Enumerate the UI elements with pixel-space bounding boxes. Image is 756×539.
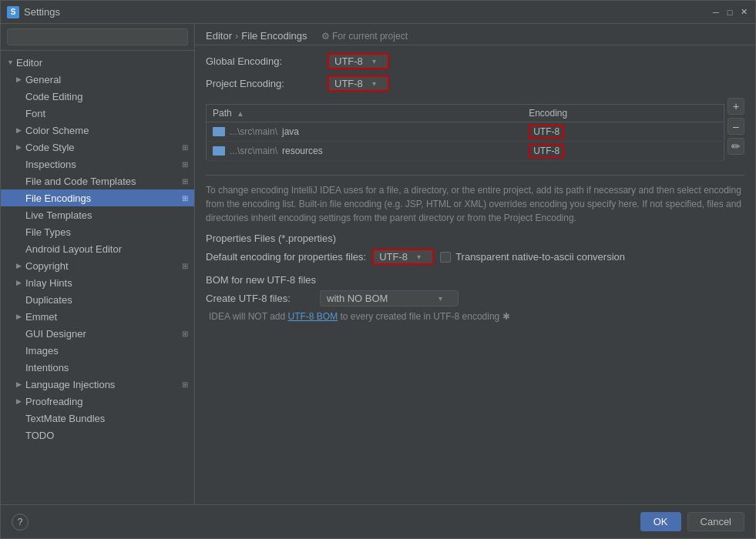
sidebar-item-language-injections[interactable]: Language Injections ⊞ [1,376,194,393]
encoding-value: UTF-8 [529,144,564,158]
sidebar-item-live-templates[interactable]: Live Templates [1,206,194,223]
edit-path-button[interactable]: ✏ [727,138,744,155]
search-box [1,24,194,51]
schema-icon: ⊞ [182,143,188,152]
sidebar-item-label: General [25,74,188,85]
project-encoding-value: UTF-8 [334,78,363,89]
transparent-checkbox[interactable] [440,252,451,263]
sidebar-item-code-style[interactable]: Code Style ⊞ [1,139,194,156]
properties-encoding-dropdown[interactable]: UTF-8 [372,249,434,265]
sidebar: Editor General Code Editing Font [1,24,195,504]
create-utf8-label: Create UTF-8 files: [206,293,314,304]
sidebar-item-label: Android Layout Editor [25,243,188,255]
col-path-label: Path [213,108,232,119]
properties-row: Default encoding for properties files: U… [206,249,744,265]
title-bar-controls: ─ □ ✕ [711,7,749,18]
arrow-icon [16,143,25,151]
sidebar-item-label: File Types [25,226,188,238]
schema-icon: ⊞ [182,262,188,270]
table-row[interactable]: ...\src\main\java UTF-8 [207,122,724,142]
bom-note: IDEA will NOT add UTF-8 BOM to every cre… [206,311,744,322]
maximize-button[interactable]: □ [724,7,735,18]
sidebar-item-duplicates[interactable]: Duplicates [1,291,194,308]
sidebar-item-editor[interactable]: Editor [1,54,194,71]
sidebar-item-color-scheme[interactable]: Color Scheme [1,122,194,139]
add-path-button[interactable]: + [727,98,744,115]
sidebar-item-file-types[interactable]: File Types [1,223,194,240]
create-utf8-value: with NO BOM [327,293,388,304]
project-encoding-label: Project Encoding: [206,78,321,89]
sidebar-item-label: Code Editing [25,91,188,102]
create-utf8-dropdown[interactable]: with NO BOM [320,290,459,306]
search-input[interactable] [7,28,188,45]
sidebar-item-label: File and Code Templates [25,176,179,187]
encoding-value: UTF-8 [529,125,564,139]
title-bar: S Settings ─ □ ✕ [1,1,755,24]
folder-icon [213,127,225,136]
project-encoding-dropdown[interactable]: UTF-8 [328,75,389,92]
sidebar-item-copyright[interactable]: Copyright ⊞ [1,257,194,274]
sidebar-item-label: File Encodings [25,192,179,204]
path-bold: java [282,126,299,137]
search-wrap [7,28,188,45]
global-encoding-value: UTF-8 [334,55,363,67]
sidebar-item-intentions[interactable]: Intentions [1,359,194,376]
sidebar-item-label: GUI Designer [25,328,179,340]
sidebar-item-label: Inspections [25,159,179,170]
breadcrumb-parent: Editor [206,30,232,42]
cancel-button[interactable]: Cancel [687,512,744,531]
app-icon: S [7,6,19,18]
arrow-icon [16,126,25,134]
table-container: Path ▲ Encoding [206,98,724,167]
sidebar-item-code-editing[interactable]: Code Editing [1,88,194,105]
sort-arrow-icon: ▲ [237,109,244,118]
sidebar-item-emmet[interactable]: Emmet [1,308,194,325]
transparent-checkbox-wrap: Transparent native-to-ascii conversion [440,251,625,263]
table-area: Path ▲ Encoding [206,98,744,167]
close-button[interactable]: ✕ [738,7,749,18]
table-row[interactable]: ...\src\main\resources UTF-8 [207,142,724,161]
sidebar-item-label: Intentions [25,362,188,373]
arrow-icon [16,279,25,286]
global-encoding-dropdown[interactable]: UTF-8 [328,53,389,69]
sidebar-item-todo[interactable]: TODO [1,427,194,444]
arrow-icon [16,313,25,320]
bom-row: Create UTF-8 files: with NO BOM [206,290,744,306]
sidebar-item-gui-designer[interactable]: GUI Designer ⊞ [1,325,194,342]
sidebar-item-proofreading[interactable]: Proofreading [1,393,194,410]
window-title: Settings [24,6,60,18]
table-cell-encoding: UTF-8 [522,122,724,142]
sidebar-item-inspections[interactable]: Inspections ⊞ [1,156,194,172]
remove-path-button[interactable]: – [727,118,744,135]
panel-header: Editor › File Encodings ⚙ For current pr… [195,24,755,45]
ok-button[interactable]: OK [640,512,681,531]
sidebar-item-file-code-templates[interactable]: File and Code Templates ⊞ [1,172,194,189]
info-text: To change encoding IntelliJ IDEA uses fo… [206,175,744,225]
sidebar-item-textmate[interactable]: TextMate Bundles [1,410,194,427]
sidebar-item-images[interactable]: Images [1,342,194,359]
bom-section: BOM for new UTF-8 files Create UTF-8 fil… [206,274,744,322]
transparent-label: Transparent native-to-ascii conversion [455,251,625,263]
table-cell-encoding: UTF-8 [522,142,724,161]
sidebar-item-file-encodings[interactable]: File Encodings ⊞ [1,189,194,206]
sidebar-item-android-layout[interactable]: Android Layout Editor [1,240,194,257]
sidebar-item-inlay-hints[interactable]: Inlay Hints [1,274,194,291]
path-bold: resources [282,146,323,156]
table-side-buttons: + – ✏ [727,98,744,155]
sidebar-item-font[interactable]: Font [1,105,194,122]
schema-icon: ⊞ [182,380,188,389]
panel-body: Global Encoding: UTF-8 Project Encoding:… [195,45,755,504]
minimize-button[interactable]: ─ [711,7,721,18]
folder-icon [213,146,225,156]
global-encoding-row: Global Encoding: UTF-8 [206,53,744,69]
right-panel: Editor › File Encodings ⚙ For current pr… [195,24,755,504]
help-button[interactable]: ? [12,514,29,531]
sidebar-item-label: Editor [16,57,188,69]
schema-icon: ⊞ [182,330,188,338]
table-cell-path: ...\src\main\resources [207,142,523,161]
bom-note-link[interactable]: UTF-8 BOM [287,311,338,322]
arrow-icon [16,397,25,405]
sidebar-item-general[interactable]: General [1,71,194,88]
bom-note-prefix: IDEA will NOT add [209,311,287,322]
global-encoding-label: Global Encoding: [206,55,321,67]
